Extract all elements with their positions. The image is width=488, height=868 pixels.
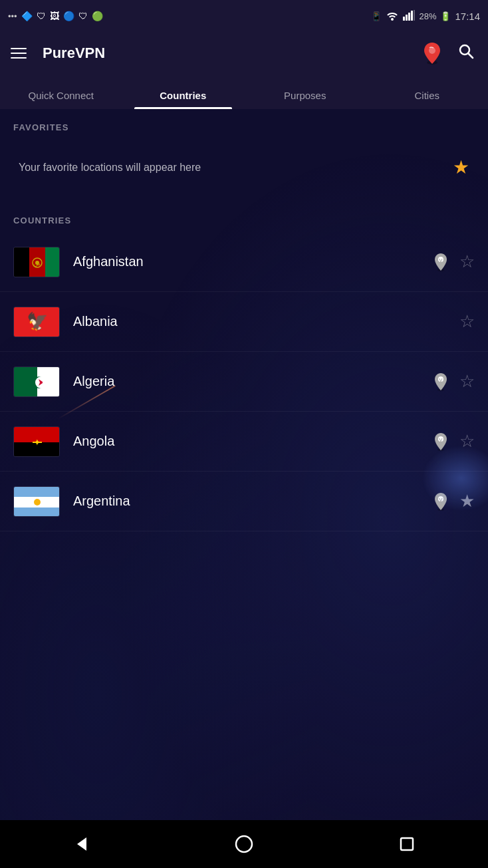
svg-text:ش: ش [34,261,41,267]
svg-rect-45 [401,838,413,850]
country-item-algeria[interactable]: Algeria V ☆ [0,352,488,412]
menu-button[interactable] [11,48,27,59]
favorite-star-argentina[interactable]: ★ [459,491,475,511]
vpn-pin-algeria[interactable]: V [430,371,451,392]
svg-text:V: V [439,497,443,503]
search-button[interactable] [455,40,477,67]
country-item-albania[interactable]: 🦅 Albania ☆ [0,292,488,352]
svg-text:V: V [439,437,443,443]
favorite-star-albania[interactable]: ☆ [459,311,475,332]
tab-purposes[interactable]: Purposes [244,90,366,109]
country-name-albania: Albania [73,314,459,329]
recent-apps-button[interactable] [387,824,427,864]
favorites-section: Your favorite locations will appear here… [0,139,488,202]
country-item-afghanistan[interactable]: ش Afghanistan V ☆ [0,232,488,292]
svg-point-39 [35,500,39,504]
favorite-star-algeria[interactable]: ☆ [459,371,475,392]
svg-marker-43 [77,837,86,851]
status-left: ••• 🔷 🛡 🖼 🔵 🛡 🟢 [8,11,103,21]
signal-icon [403,10,415,23]
tab-countries[interactable]: Countries [122,90,245,109]
svg-rect-35 [14,487,60,497]
country-name-algeria: Algeria [73,374,430,389]
status-bar: ••• 🔷 🛡 🖼 🔵 🛡 🟢 📱 28% 🔋 17:14 [0,0,488,32]
svg-line-8 [469,54,473,59]
vpn-pin-angola[interactable]: V [430,431,451,452]
main-content: FAVORITES Your favorite locations will a… [0,109,488,585]
flag-albania: 🦅 [13,307,60,337]
svg-text:V: V [439,257,443,263]
countries-list: ش Afghanistan V ☆ [0,232,488,531]
tab-cities[interactable]: Cities [366,90,489,109]
svg-rect-9 [14,247,29,277]
country-actions-albania: ☆ [459,311,475,332]
time: 17:14 [455,11,480,22]
battery-text: 28% [419,11,436,21]
back-button[interactable] [61,824,101,864]
svg-rect-2 [408,13,410,21]
favorites-placeholder-text: Your favorite locations will appear here [19,162,201,174]
vpn-pin-afghanistan[interactable]: V [430,251,451,273]
favorites-placeholder: Your favorite locations will appear here… [13,146,475,189]
favorites-star-icon: ★ [453,156,469,178]
favorites-section-header: FAVORITES [0,109,488,139]
svg-point-44 [236,836,252,852]
favorite-star-afghanistan[interactable]: ☆ [459,251,475,272]
svg-rect-0 [403,17,405,21]
flag-afghanistan: ش [13,247,60,277]
status-right: 📱 28% 🔋 17:14 [371,10,480,23]
country-actions-angola: V ☆ [430,431,475,452]
bottom-nav [0,820,488,868]
tab-quick-connect[interactable]: Quick Connect [0,90,122,109]
flag-argentina [13,486,60,517]
country-item-argentina[interactable]: Argentina V ★ [0,472,488,531]
svg-rect-11 [45,247,60,277]
wifi-icon [386,10,399,23]
countries-section-header: COUNTRIES [0,202,488,232]
home-button[interactable] [224,824,264,864]
country-name-afghanistan: Afghanistan [73,254,430,269]
location-pin-button[interactable] [420,41,444,65]
top-bar: PureVPN [0,32,488,74]
battery-icon: 🔋 [440,11,451,21]
country-name-argentina: Argentina [73,494,430,509]
country-actions-afghanistan: V ☆ [430,251,475,273]
tab-bar: Quick Connect Countries Purposes Cities [0,74,488,109]
svg-rect-1 [406,15,408,21]
flag-algeria [13,366,60,397]
favorite-star-angola[interactable]: ☆ [459,431,475,452]
country-item-angola[interactable]: ✦ Angola V ☆ [0,412,488,472]
phone-icon: 📱 [371,11,382,21]
svg-rect-3 [411,11,413,21]
country-actions-argentina: V ★ [430,491,475,512]
svg-rect-4 [414,10,415,21]
svg-text:🦅: 🦅 [27,311,49,332]
country-actions-algeria: V ☆ [430,371,475,392]
svg-text:V: V [439,377,443,383]
vpn-pin-argentina[interactable]: V [430,491,451,512]
svg-rect-37 [14,507,60,517]
country-name-angola: Angola [73,434,430,449]
app-title: PureVPN [43,45,410,62]
flag-angola: ✦ [13,426,60,457]
